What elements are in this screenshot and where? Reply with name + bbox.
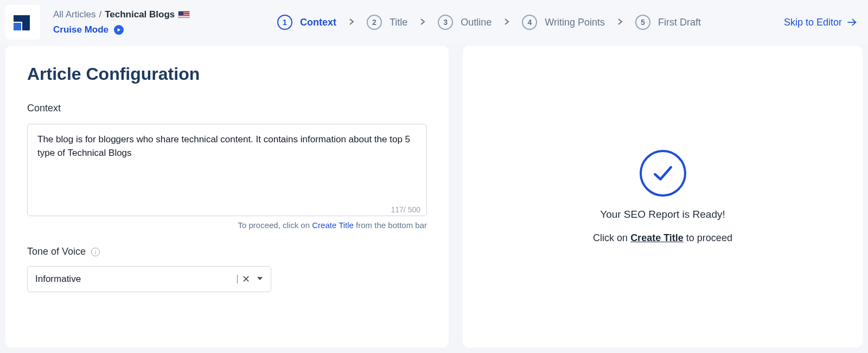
tone-combobox[interactable]: Informative ✕ [27,266,271,292]
check-circle-icon [640,150,686,197]
cta-suffix: to proceed [684,232,732,243]
header-bar: All Articles / Technical Blogs Cruise Mo… [0,0,868,45]
chevron-down-icon[interactable] [254,272,265,287]
cruise-mode-toggle[interactable]: Cruise Mode [53,24,205,35]
hint-link[interactable]: Create Title [312,220,354,230]
step-label: Writing Points [545,17,605,28]
seo-ready-text: Your SEO Report is Ready! [600,209,725,220]
chevron-right-icon [348,17,355,27]
tone-label-row: Tone of Voice i [27,246,427,257]
tone-label: Tone of Voice [27,246,86,257]
breadcrumb-sep: / [99,9,101,20]
step-label: Context [300,17,336,28]
step-title[interactable]: 2 Title [367,15,407,30]
cta-prefix: Click on [593,232,630,243]
app-logo[interactable] [5,5,40,40]
play-icon [114,25,124,35]
chevron-right-icon [503,17,510,27]
step-label: Title [390,17,407,28]
chevron-right-icon [617,17,623,27]
tone-value: Informative [35,274,238,285]
hint-suffix: from the bottom bar [354,220,427,230]
breadcrumb: All Articles / Technical Blogs [53,9,205,20]
arrow-right-icon [846,17,857,28]
step-label: Outline [461,17,492,28]
step-num: 5 [635,15,650,30]
create-title-link[interactable]: Create Title [630,232,684,243]
skip-to-editor-button[interactable]: Skip to Editor [784,17,857,28]
step-num: 3 [438,15,453,30]
svg-marker-5 [257,277,263,280]
step-num: 4 [522,15,537,30]
cruise-mode-label: Cruise Mode [53,24,108,35]
context-textarea[interactable] [27,124,427,216]
seo-cta-text: Click on Create Title to proceed [593,232,732,244]
step-num: 1 [277,15,292,30]
step-outline[interactable]: 3 Outline [438,15,492,30]
breadcrumb-root[interactable]: All Articles [53,9,95,20]
svg-marker-3 [118,28,121,31]
step-writing-points[interactable]: 4 Writing Points [522,15,605,30]
hint-prefix: To proceed, click on [238,220,312,230]
wizard-stepper: 1 Context 2 Title 3 Outline 4 Writing Po… [205,15,773,30]
svg-rect-2 [14,15,30,22]
us-flag-icon [178,11,190,18]
clear-icon[interactable]: ✕ [238,271,254,287]
chevron-right-icon [419,17,426,27]
char-counter: 117/ 500 [391,205,421,214]
header-left: All Articles / Technical Blogs Cruise Mo… [53,9,205,35]
config-panel: Article Configuration Context 117/ 500 T… [5,46,449,348]
step-first-draft[interactable]: 5 First Draft [635,15,701,30]
context-label: Context [27,103,427,114]
main-area: Article Configuration Context 117/ 500 T… [0,45,868,353]
context-hint: To proceed, click on Create Title from t… [27,220,427,230]
seo-panel: Your SEO Report is Ready! Click on Creat… [463,46,863,348]
breadcrumb-current[interactable]: Technical Blogs [105,9,175,20]
skip-label: Skip to Editor [784,17,842,28]
step-label: First Draft [658,17,701,28]
context-textarea-wrap: 117/ 500 [27,124,427,218]
step-context[interactable]: 1 Context [277,15,336,30]
svg-rect-0 [14,23,21,30]
info-icon[interactable]: i [91,248,100,256]
page-title: Article Configuration [27,64,427,84]
step-num: 2 [367,15,382,30]
